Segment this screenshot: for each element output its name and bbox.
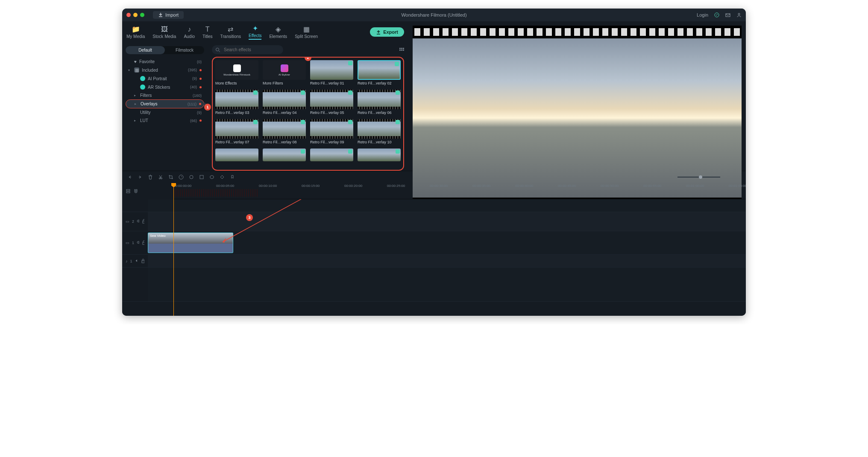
sidebar-item-lut[interactable]: ▸LUT(66) [126, 116, 204, 125]
export-button[interactable]: Export [370, 27, 404, 37]
window-title: Wondershare Filmora (Untitled) [401, 12, 466, 17]
card-label: Retro Fil…verlay 05 [310, 111, 353, 115]
effect-card[interactable]: Retro Fil…verlay 05 [310, 90, 353, 115]
effect-card[interactable]: Retro Fil…verlay 09 [310, 119, 353, 144]
effect-card[interactable]: Retro Fil…verlay 08 [263, 119, 306, 144]
lock-icon[interactable] [141, 259, 144, 264]
sync-icon[interactable] [714, 12, 719, 17]
effect-card[interactable]: Retro Fil…verlay 07 [215, 119, 258, 144]
speed-icon[interactable] [179, 175, 184, 180]
track-manager-icon[interactable] [126, 189, 131, 194]
search-input[interactable] [212, 45, 283, 54]
grid-view-icon[interactable] [399, 47, 404, 52]
minimize-icon[interactable] [133, 13, 138, 17]
effect-card[interactable]: Wondershare FilmstockMore Effects [215, 60, 258, 85]
effect-card[interactable]: AI StylizerMore Filters [263, 60, 306, 85]
effect-card[interactable] [310, 148, 353, 161]
cut-icon[interactable] [158, 175, 163, 180]
svg-rect-31 [143, 221, 144, 223]
category-tree: ♥Favorite(0)▾▦Included(395)AI Portrait(9… [126, 58, 204, 125]
effect-card[interactable] [358, 148, 401, 161]
ruler-tick: 00:00:40:00 [515, 184, 533, 188]
svg-point-3 [216, 48, 219, 51]
keyframe-icon[interactable] [220, 175, 225, 180]
used-range [173, 189, 259, 197]
video-clip[interactable]: Sea Video [148, 233, 233, 253]
pill-filmstock[interactable]: Filmstock [165, 46, 204, 54]
tab-split-screen[interactable]: ▦Split Screen [295, 25, 318, 39]
tab-my-media[interactable]: 📁My Media [126, 25, 145, 39]
effect-card[interactable]: Retro Fil…verlay 06 [358, 90, 401, 115]
source-toggle[interactable]: Default Filmstock [126, 46, 204, 54]
sidebar-item-utility[interactable]: Utility(9) [126, 108, 204, 116]
mail-icon[interactable] [725, 12, 730, 17]
effect-card[interactable]: Retro Fil…verlay 02 [358, 60, 401, 85]
pill-default[interactable]: Default [126, 46, 165, 54]
sidebar-item-filters[interactable]: ▸Filters(160) [126, 91, 204, 99]
effect-card[interactable] [215, 148, 258, 161]
lock-icon[interactable] [142, 240, 144, 245]
effect-card[interactable] [263, 148, 306, 161]
effect-card[interactable]: Retro Fil…verlay 01 [310, 60, 353, 85]
card-label: Retro Fil…verlay 04 [263, 111, 306, 115]
download-badge-icon [396, 120, 400, 124]
sidebar-item-ai-portrait[interactable]: AI Portrait(9) [126, 74, 204, 83]
effect-card[interactable]: Retro Fil…verlay 10 [358, 119, 401, 144]
time-ruler[interactable]: 00:00:00:0000:00:05:0000:00:10:0000:00:1… [173, 183, 746, 199]
tab-stock-media[interactable]: 🖼Stock Media [152, 26, 176, 39]
track-head-v2[interactable]: ▭2 [122, 212, 148, 231]
playhead[interactable] [173, 183, 174, 316]
close-icon[interactable] [126, 13, 131, 17]
ruler-tick: 00:01:05:00 [729, 184, 746, 188]
titlebar: Import Wondershare Filmora (Untitled) Lo… [122, 9, 746, 21]
effect-card[interactable]: Retro Fil…verlay 04 [263, 90, 306, 115]
sidebar-item-included[interactable]: ▾▦Included(395) [126, 66, 204, 74]
green-screen-icon[interactable] [199, 175, 204, 180]
eye-icon[interactable] [137, 240, 139, 245]
undo-icon[interactable] [127, 175, 132, 180]
zoom-slider[interactable] [677, 177, 720, 178]
ruler-tick: 00:00:30:00 [430, 184, 448, 188]
preview-panel: { } 00:00:00:00 1/2 [408, 21, 746, 171]
import-button[interactable]: Import [153, 11, 184, 19]
tab-elements[interactable]: ◈Elements [269, 25, 287, 39]
effect-card[interactable]: Retro Fil…verlay 03 [215, 90, 258, 115]
import-label: Import [165, 12, 179, 17]
crop-icon[interactable] [168, 175, 173, 180]
color-icon[interactable] [189, 175, 194, 180]
redo-icon[interactable] [138, 175, 143, 180]
track-head-v1[interactable]: ▭1 [122, 231, 148, 254]
timeline: 00:00:00:0000:00:05:0000:00:10:0000:00:1… [122, 171, 746, 316]
media-tabs: 📁My Media 🖼Stock Media ♪Audio TTitles ⇄T… [122, 21, 408, 43]
lock-icon[interactable] [142, 219, 144, 224]
svg-rect-26 [126, 192, 130, 193]
tab-transitions[interactable]: ⇄Transitions [220, 25, 241, 39]
svg-rect-4 [399, 48, 401, 49]
tab-effects[interactable]: ✦Effects [249, 24, 261, 40]
svg-rect-9 [403, 49, 404, 51]
sidebar-item-ar-stickers[interactable]: AR Stickers(40) [126, 83, 204, 91]
track-head-a1[interactable]: ♪1 [122, 255, 148, 267]
svg-rect-8 [401, 49, 402, 51]
delete-icon[interactable] [148, 175, 153, 180]
sidebar-item-overlays[interactable]: ▸Overlays(111) [126, 99, 204, 108]
eye-icon[interactable] [137, 219, 139, 224]
download-badge-icon [348, 120, 352, 124]
speaker-icon[interactable] [135, 259, 138, 264]
svg-rect-35 [142, 261, 144, 263]
tab-titles[interactable]: TTitles [202, 26, 213, 39]
download-badge-icon [348, 61, 352, 65]
ruler-tick: 00:00:35:00 [472, 184, 490, 188]
login-button[interactable]: Login [697, 12, 708, 17]
mask-icon[interactable] [209, 175, 214, 180]
sidebar-item-favorite[interactable]: ♥Favorite(0) [126, 58, 204, 66]
svg-rect-18 [200, 175, 203, 179]
tab-audio[interactable]: ♪Audio [184, 26, 195, 39]
ruler-tick: 00:01:00:00 [686, 184, 704, 188]
magnet-icon[interactable] [133, 189, 138, 194]
marker-icon[interactable] [230, 175, 235, 180]
user-icon[interactable] [736, 12, 742, 17]
ruler-tick: 00:00:25:00 [387, 184, 405, 188]
ruler-tick: 00:00:10:00 [259, 184, 277, 188]
maximize-icon[interactable] [140, 13, 144, 17]
